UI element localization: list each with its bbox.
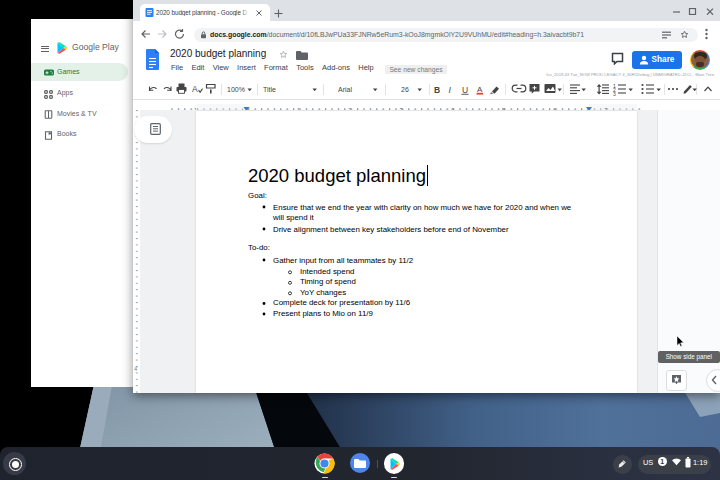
svg-text:3: 3 xyxy=(613,91,616,97)
svg-text:I: I xyxy=(449,85,452,95)
svg-text:U: U xyxy=(462,85,468,95)
svg-text:100%: 100% xyxy=(227,86,245,93)
svg-text:A: A xyxy=(192,84,198,94)
svg-text:B: B xyxy=(434,85,440,95)
svg-text:A: A xyxy=(477,85,483,94)
svg-text:Title: Title xyxy=(263,86,276,93)
svg-text:4: 4 xyxy=(134,366,137,372)
svg-text:Arial: Arial xyxy=(338,86,352,93)
svg-text:26: 26 xyxy=(401,86,409,93)
